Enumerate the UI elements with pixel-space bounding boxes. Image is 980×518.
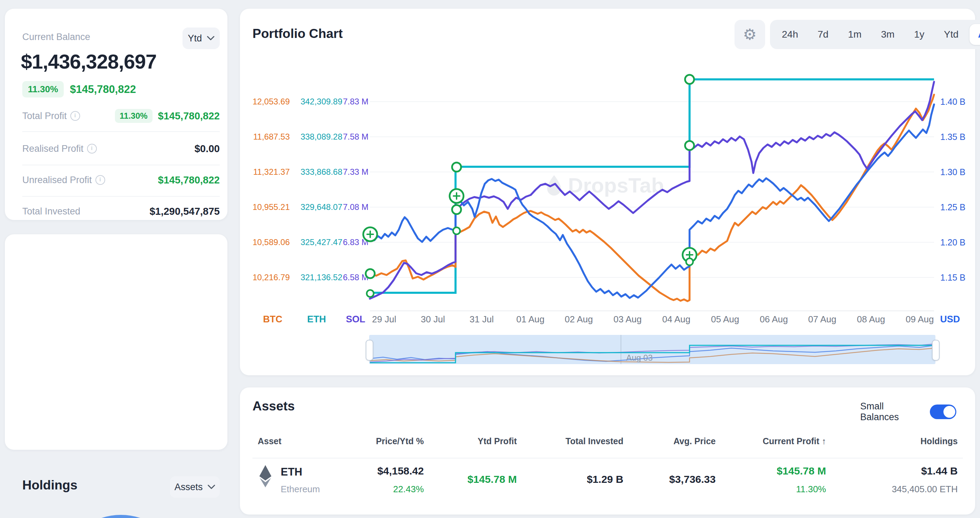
divider [22,165,220,165]
btc-axis-tick: 10,589.06 [237,237,290,247]
total-profit-row: Total Profiti 11.30% $145,780,822 [22,108,220,124]
asset-current-profit-pct: 11.30% [735,484,826,495]
x-axis-label: 04 Aug [652,314,701,325]
x-axis-label: 08 Aug [846,314,896,325]
x-axis-label: 30 Jul [409,314,457,325]
total-profit-pct-badge: 11.30% [115,109,153,123]
holdings-card: Holdings Assets ETH 100.00% [5,234,228,450]
timeframe-1y[interactable]: 1y [906,24,933,45]
asset-holdings-amount: 345,405.00 ETH [857,484,958,495]
divider [22,196,220,197]
transaction-markers [363,75,697,297]
portfolio-dashboard: Current Balance Ytd $1,436,328,697 11.30… [0,0,980,518]
timeframe-1m[interactable]: 1m [840,24,870,45]
brush-handle-right[interactable] [932,340,940,361]
asset-price: $4,158.42 [333,465,424,477]
total-profit-value: $145,780,822 [158,110,220,122]
eth-axis-tick: 338,089.28 [292,132,342,142]
asset-price-pct: 22.43% [333,484,424,495]
col-price[interactable]: Price/Ytd % [333,436,424,446]
info-icon[interactable]: i [70,111,80,121]
timeframe-24h[interactable]: 24h [773,24,807,45]
small-balances-label: Small Balances [860,401,924,423]
total-invested-row: Total Invested $1,290,547,875 [22,203,220,220]
balance-change-value: $145,780,822 [70,83,136,96]
x-axis-label: 06 Aug [749,314,798,325]
col-total-invested[interactable]: Total Invested [543,436,624,446]
timeframe-all[interactable]: All [970,24,980,45]
timeframe-7d[interactable]: 7d [809,24,837,45]
total-invested-label: Total Invested [22,206,80,217]
toggle-knob [943,406,955,418]
unrealised-profit-value: $145,780,822 [158,175,220,186]
period-dropdown[interactable]: Ytd [183,27,220,49]
usd-axis-tick: 1.20 B [940,237,980,248]
legend-btc[interactable]: BTC [259,314,286,325]
total-profit-label: Total Profit [22,111,67,121]
btc-axis-tick: 11,321.37 [237,167,290,177]
eth-axis-tick: 329,648.07 [292,202,342,212]
x-axis-label: 05 Aug [701,314,749,325]
btc-axis-tick: 10,955.21 [237,202,290,212]
usd-axis-tick: 1.30 B [940,167,980,177]
timeframe-ytd[interactable]: Ytd [935,24,967,45]
col-ytd-profit[interactable]: Ytd Profit [437,436,517,446]
realised-profit-value: $0.00 [194,143,220,154]
sort-arrow-icon: ↑ [822,436,826,446]
unrealised-profit-row: Unrealised Profiti $145,780,822 [22,172,220,188]
asset-name: Ethereum [281,484,320,495]
holdings-view-dropdown[interactable]: Assets [170,476,220,498]
eth-axis-tick: 321,136.52 [292,273,342,282]
x-axis-label: 31 Jul [457,314,506,325]
balance-change: 11.30% $145,780,822 [22,81,136,97]
info-icon[interactable]: i [95,175,105,185]
holdings-view-value: Assets [175,482,203,493]
x-axis-label: 07 Aug [798,314,846,325]
current-balance-card: Current Balance Ytd $1,436,328,697 11.30… [5,9,228,220]
asset-holdings-value: $1.44 B [857,465,958,477]
usd-axis-tick: 1.35 B [940,132,980,142]
col-holdings[interactable]: Holdings [857,436,958,446]
small-balances-control: Small Balances [860,401,956,423]
balance-change-pct-badge: 11.30% [22,81,64,97]
chart-settings-button[interactable]: ⚙ [735,20,765,49]
eth-axis-tick: 342,309.89 [292,97,342,106]
divider [253,458,963,458]
brush-handle-left[interactable] [366,340,373,361]
btc-axis-tick: 10,216.79 [237,273,290,282]
x-axis-label: 29 Jul [360,314,409,325]
realised-profit-label: Realised Profit [22,143,84,154]
realised-profit-row: Realised Profiti $0.00 [22,140,220,157]
x-axis-label: 02 Aug [554,314,603,325]
eth-axis-tick: 325,427.47 [292,237,342,247]
asset-ytd-profit: $145.78 M [437,474,517,485]
chevron-down-icon [208,485,215,489]
info-icon[interactable]: i [87,144,97,154]
current-balance-value: $1,436,328,697 [21,50,156,73]
total-invested-value: $1,290,547,875 [150,206,220,217]
timeframe-3m[interactable]: 3m [873,24,903,45]
col-asset[interactable]: Asset [258,436,282,446]
asset-current-profit: $145.78 M [735,465,826,477]
small-balances-toggle[interactable] [930,405,956,419]
holdings-donut-chart[interactable] [59,515,183,518]
usd-axis-tick: 1.40 B [940,97,980,107]
x-axis-label: 01 Aug [506,314,555,325]
legend-eth[interactable]: ETH [305,314,328,325]
ethereum-icon [258,465,272,487]
unrealised-profit-label: Unrealised Profit [22,175,92,186]
x-axis-label: 09 Aug [896,314,944,325]
current-balance-label: Current Balance [22,32,90,43]
timeframe-selector: 24h 7d 1m 3m 1y Ytd All [770,20,980,49]
asset-symbol: ETH [281,466,302,478]
x-axis-label: 03 Aug [603,314,652,325]
usd-axis-tick: 1.15 B [940,273,980,283]
asset-avg-price: $3,736.33 [636,474,716,485]
col-avg-price[interactable]: Avg. Price [636,436,716,446]
btc-axis-tick: 12,053.69 [237,97,290,106]
portfolio-line-chart[interactable] [362,59,942,317]
col-current-profit[interactable]: Current Profit ↑ [735,436,826,446]
btc-axis-tick: 11,687.53 [237,132,290,142]
assets-title: Assets [253,399,294,413]
period-dropdown-value: Ytd [188,33,202,44]
